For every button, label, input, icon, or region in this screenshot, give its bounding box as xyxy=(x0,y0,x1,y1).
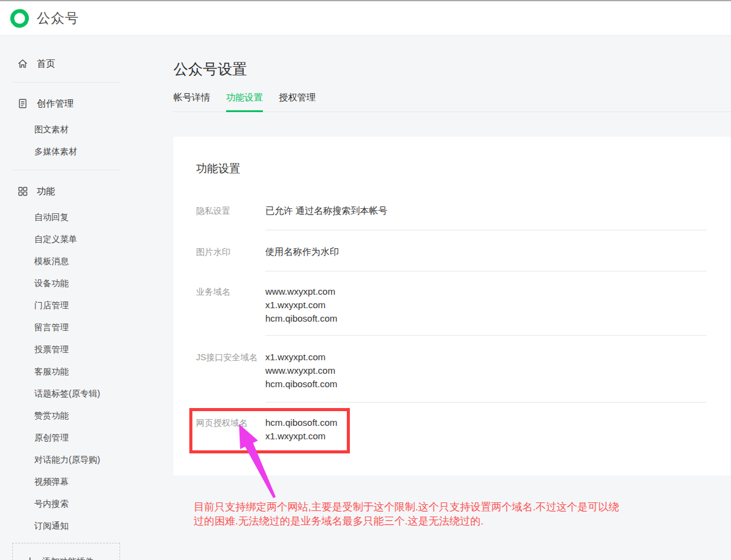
add-plugin-button[interactable]: 添加功能插件 xyxy=(12,543,120,560)
page-title: 公众号设置 xyxy=(173,60,731,78)
sidebar-item-label: 创作管理 xyxy=(37,98,74,110)
setting-row-image-watermark: 图片水印 使用名称作为水印 xyxy=(196,230,706,271)
top-bar: 公众号 xyxy=(0,0,731,36)
setting-value: 使用名称作为水印 xyxy=(265,245,339,259)
sidebar-item-image-text-material[interactable]: 图文素材 xyxy=(0,118,132,140)
brand-title: 公众号 xyxy=(37,9,79,28)
home-icon xyxy=(17,58,28,69)
domain-value: www.wxyxpt.com xyxy=(265,285,338,298)
tab-authorization-management[interactable]: 授权管理 xyxy=(279,92,316,112)
grid-icon xyxy=(17,186,28,197)
setting-label: JS接口安全域名 xyxy=(196,350,265,391)
sidebar-item-auto-reply[interactable]: 自动回复 xyxy=(0,206,132,228)
plus-icon xyxy=(25,557,35,560)
sidebar-item-functions[interactable]: 功能 xyxy=(0,180,132,202)
annotation-line: 过的困难.无法绕过的是业务域名最多只能三个.这是无法绕过的. xyxy=(194,514,619,528)
tab-account-details[interactable]: 帐号详情 xyxy=(173,92,210,112)
setting-label: 业务域名 xyxy=(196,285,265,325)
annotation-line: 目前只支持绑定两个网站,主要是受制于这个限制.这个只支持设置两个域名.不过这个是… xyxy=(194,500,619,514)
sidebar-item-comment-management[interactable]: 留言管理 xyxy=(0,316,132,338)
sidebar-item-dialog-capability[interactable]: 对话能力(原导购) xyxy=(0,448,132,471)
sidebar-item-topic-tags[interactable]: 话题标签(原专辑) xyxy=(0,382,132,404)
main-content: 公众号设置 帐号详情 功能设置 授权管理 功能设置 隐私设置 已允许 通过名称搜… xyxy=(173,36,731,475)
sidebar-item-vote-management[interactable]: 投票管理 xyxy=(0,338,132,360)
sidebar-item-reward-function[interactable]: 赞赏功能 xyxy=(0,404,132,426)
sidebar: 首页 创作管理 图文素材 多媒体素材 xyxy=(0,36,132,560)
setting-label: 隐私设置 xyxy=(196,204,265,218)
sidebar-item-template-message[interactable]: 模板消息 xyxy=(0,250,132,272)
setting-row-privacy: 隐私设置 已允许 通过名称搜索到本帐号 xyxy=(196,204,706,230)
sidebar-item-video-danmu[interactable]: 视频弹幕 xyxy=(0,471,132,493)
annotation-arrow-icon xyxy=(221,422,282,501)
domain-value: hcm.qibosoft.com xyxy=(265,312,338,325)
annotation-text: 目前只支持绑定两个网站,主要是受制于这个限制.这个只支持设置两个域名.不过这个是… xyxy=(194,500,619,528)
sidebar-item-home[interactable]: 首页 xyxy=(0,53,132,75)
sidebar-item-original-management[interactable]: 原创管理 xyxy=(0,426,132,448)
domain-value: www.wxyxpt.com xyxy=(265,364,338,377)
card-heading: 功能设置 xyxy=(196,161,706,176)
sidebar-item-device-function[interactable]: 设备功能 xyxy=(0,272,132,294)
add-plugin-label: 添加功能插件 xyxy=(42,556,94,560)
wechat-official-account-logo-icon xyxy=(9,7,31,29)
sidebar-divider xyxy=(12,170,120,170)
setting-value: 已允许 通过名称搜索到本帐号 xyxy=(265,204,387,218)
sidebar-item-label: 功能 xyxy=(37,186,55,197)
sidebar-item-customer-service[interactable]: 客服功能 xyxy=(0,360,132,382)
domain-value: x1.wxyxpt.com xyxy=(265,350,338,364)
tab-function-settings[interactable]: 功能设置 xyxy=(226,92,263,112)
setting-row-js-safe-domain: JS接口安全域名 x1.wxyxpt.com www.wxyxpt.com hc… xyxy=(196,336,706,402)
domain-value: x1.wxyxpt.com xyxy=(265,298,338,312)
setting-row-business-domain: 业务域名 www.wxyxpt.com x1.wxyxpt.com hcm.qi… xyxy=(196,271,706,335)
setting-label: 图片水印 xyxy=(196,245,265,259)
sidebar-item-label: 首页 xyxy=(37,58,55,70)
sidebar-divider xyxy=(12,82,120,83)
sidebar-item-custom-menu[interactable]: 自定义菜单 xyxy=(0,228,132,250)
tab-bar: 帐号详情 功能设置 授权管理 xyxy=(173,92,731,112)
domain-value: hcm.qibosoft.com xyxy=(265,377,338,391)
sidebar-item-store-management[interactable]: 门店管理 xyxy=(0,294,132,316)
sidebar-item-subscribe-notification[interactable]: 订阅通知 xyxy=(0,515,132,537)
document-icon xyxy=(17,98,28,109)
sidebar-item-in-account-search[interactable]: 号内搜索 xyxy=(0,493,132,515)
page-body: 首页 创作管理 图文素材 多媒体素材 xyxy=(0,36,731,560)
sidebar-item-multimedia-material[interactable]: 多媒体素材 xyxy=(0,140,132,162)
sidebar-item-creation-management[interactable]: 创作管理 xyxy=(0,93,132,115)
